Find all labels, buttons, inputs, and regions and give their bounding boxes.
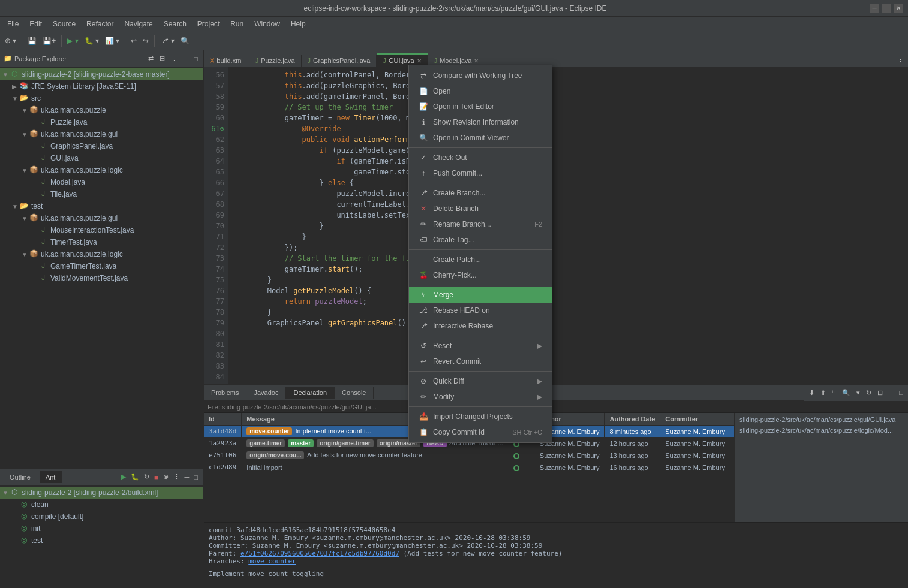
outline-refresh-btn[interactable]: ↻ xyxy=(142,472,151,482)
tab-puzzle-java[interactable]: J Puzzle.java xyxy=(249,55,302,67)
outline-more-btn[interactable]: ⋮ xyxy=(172,472,182,482)
toolbar-debug[interactable]: 🐛 ▾ xyxy=(82,35,101,46)
ctx-rename-branch[interactable]: ✏ Rename Branch... F2 xyxy=(409,216,552,232)
pkg-sync-btn[interactable]: ⇄ xyxy=(146,54,155,63)
ctx-copy-commit-id[interactable]: 📋 Copy Commit Id SH Ctrl+C xyxy=(409,424,552,440)
close-button[interactable]: ✕ xyxy=(894,4,903,13)
menu-search[interactable]: Search xyxy=(159,19,191,29)
ctx-create-tag[interactable]: 🏷 Create Tag... xyxy=(409,232,552,248)
bt-fetch-btn[interactable]: ⬇ xyxy=(807,388,817,398)
tree-item-jre[interactable]: ▶ 📚 JRE System Library [JavaSE-11] xyxy=(0,80,203,92)
menu-file[interactable]: File xyxy=(2,19,23,29)
tree-item-timertest[interactable]: J TimerTest.java xyxy=(0,236,203,248)
ant-item-root[interactable]: ▼ ⬡ sliding-puzzle-2 [sliding-puzzle-2/b… xyxy=(0,487,203,499)
menu-navigate[interactable]: Navigate xyxy=(119,19,157,29)
parent-hash-link[interactable]: e751f0626709560056e7037fc17c5db97760d0d7 xyxy=(240,550,399,557)
ant-item-clean[interactable]: ◎ clean xyxy=(0,499,203,511)
menu-source[interactable]: Source xyxy=(48,19,80,29)
pkg-menu-btn[interactable]: ⋮ xyxy=(169,54,179,63)
menu-window[interactable]: Window xyxy=(249,19,285,29)
table-row[interactable]: e751f06 origin/move-cou... Add tests for… xyxy=(204,450,734,462)
minimize-button[interactable]: ─ xyxy=(870,4,879,13)
tree-item-model[interactable]: J Model.java xyxy=(0,176,203,188)
code-content[interactable]: this.add(controlPanel, Border this.add(p… xyxy=(228,67,908,384)
toolbar-coverage[interactable]: 📊 ▾ xyxy=(103,35,122,46)
tree-item-pkg2[interactable]: ▼ 📦 uk.ac.man.cs.puzzle.gui xyxy=(0,128,203,140)
menu-help[interactable]: Help xyxy=(286,19,311,29)
editor-tabs-menu[interactable]: ⋮ xyxy=(895,58,906,67)
ctx-reset[interactable]: ↺ Reset ▶ xyxy=(409,338,552,354)
outline-max-btn[interactable]: □ xyxy=(192,472,200,482)
outline-stop-btn[interactable]: ■ xyxy=(152,472,160,482)
bt-push-btn[interactable]: ⬆ xyxy=(818,388,828,398)
ant-item-init[interactable]: ◎ init xyxy=(0,523,203,535)
tree-item-pkg5[interactable]: ▼ 📦 uk.ac.man.cs.puzzle.logic xyxy=(0,248,203,260)
tree-item-test[interactable]: ▼ 📂 test xyxy=(0,200,203,212)
pkg-min-btn[interactable]: ─ xyxy=(182,55,190,63)
table-row[interactable]: c1d2d89 Initial import Suzanne M. Embury… xyxy=(204,462,734,474)
ctx-create-patch[interactable]: Create Patch... xyxy=(409,252,552,267)
tree-item-mouse[interactable]: J MouseInteractionTest.java xyxy=(0,224,203,236)
gui-tab-close[interactable]: ✕ xyxy=(417,58,422,64)
ctx-show-revision[interactable]: ℹ Show Revision Information xyxy=(409,114,552,130)
bt-merge-btn[interactable]: ⑂ xyxy=(829,388,838,397)
window-controls[interactable]: ─ □ ✕ xyxy=(870,4,903,13)
tab-javadoc[interactable]: Javadoc xyxy=(246,387,286,399)
tree-item-src[interactable]: ▼ 📂 src xyxy=(0,92,203,104)
tab-ant[interactable]: Ant xyxy=(40,471,62,483)
ctx-interactive-rebase[interactable]: ⎇ Interactive Rebase xyxy=(409,318,552,334)
tree-item-pkg4[interactable]: ▼ 📦 uk.ac.man.cs.puzzle.gui xyxy=(0,212,203,224)
tree-item-graphics[interactable]: J GraphicsPanel.java xyxy=(0,140,203,152)
outline-bug-btn[interactable]: 🐛 xyxy=(129,472,141,482)
model-tab-close[interactable]: ✕ xyxy=(474,58,479,64)
bt-refresh-btn[interactable]: ↻ xyxy=(864,388,874,398)
pkg-collapse-btn[interactable]: ⊟ xyxy=(158,54,167,63)
toolbar-saveall[interactable]: 💾+ xyxy=(40,35,58,46)
ctx-create-branch[interactable]: ⎇ Create Branch... xyxy=(409,185,552,201)
tab-build-xml[interactable]: X build.xml xyxy=(204,55,249,67)
outline-run-btn[interactable]: ▶ xyxy=(119,472,128,482)
ctx-import-changed[interactable]: 📥 Import Changed Projects xyxy=(409,409,552,424)
bt-filter-btn[interactable]: ▾ xyxy=(854,388,862,398)
ant-item-test[interactable]: ◎ test xyxy=(0,535,203,547)
tree-item-tile[interactable]: J Tile.java xyxy=(0,188,203,200)
tab-graphicspanel-java[interactable]: J GraphicsPanel.java xyxy=(302,55,377,67)
ctx-push-commit[interactable]: ↑ Push Commit... xyxy=(409,165,552,181)
outline-min-btn[interactable]: ─ xyxy=(183,472,191,482)
toolbar-redo[interactable]: ↪ xyxy=(140,35,151,46)
toolbar-save[interactable]: 💾 xyxy=(25,35,39,46)
tree-item-pkg1[interactable]: ▼ 📦 uk.ac.man.cs.puzzle xyxy=(0,104,203,116)
tree-item-pkg3[interactable]: ▼ 📦 uk.ac.man.cs.puzzle.logic xyxy=(0,164,203,176)
bt-min-btn[interactable]: ─ xyxy=(886,388,896,397)
menu-edit[interactable]: Edit xyxy=(25,19,47,29)
menu-refactor[interactable]: Refactor xyxy=(82,19,118,29)
ant-item-compile[interactable]: ◎ compile [default] xyxy=(0,511,203,523)
toolbar-search[interactable]: 🔍 xyxy=(178,35,192,46)
maximize-button[interactable]: □ xyxy=(882,4,891,13)
pkg-max-btn[interactable]: □ xyxy=(192,55,200,63)
toolbar-new[interactable]: ⊕ ▾ xyxy=(2,35,19,46)
menu-project[interactable]: Project xyxy=(193,19,224,29)
tree-item-gametimer[interactable]: J GameTimerTest.java xyxy=(0,260,203,272)
toolbar-undo[interactable]: ↩ xyxy=(128,35,139,46)
tab-outline[interactable]: Outline xyxy=(4,471,37,483)
ctx-delete-branch[interactable]: ✕ Delete Branch xyxy=(409,201,552,216)
tree-item-puzzle[interactable]: J Puzzle.java xyxy=(0,116,203,128)
ctx-open-text-editor[interactable]: 📝 Open in Text Editor xyxy=(409,99,552,114)
ctx-revert-commit[interactable]: ↩ Revert Commit xyxy=(409,354,552,369)
tree-item-valid[interactable]: J ValidMovementTest.java xyxy=(0,272,203,284)
toolbar-run[interactable]: ▶ ▾ xyxy=(65,35,80,46)
ctx-checkout[interactable]: ✓ Check Out xyxy=(409,150,552,165)
tree-item-root[interactable]: ▼ ⬡ sliding-puzzle-2 [sliding-puzzle-2-b… xyxy=(0,68,203,80)
bt-search-btn[interactable]: 🔍 xyxy=(840,388,853,398)
ctx-open[interactable]: 📄 Open xyxy=(409,83,552,99)
ctx-merge[interactable]: ⑂ Merge xyxy=(409,287,552,303)
menu-run[interactable]: Run xyxy=(226,19,248,29)
ctx-modify[interactable]: ✏ Modify ▶ xyxy=(409,389,552,405)
rf-item-gui[interactable]: sliding-puzzle-2/src/uk/ac/man/cs/puzzle… xyxy=(735,414,908,425)
bt-max-btn[interactable]: □ xyxy=(897,388,906,397)
ctx-cherry-pick[interactable]: 🍒 Cherry-Pick... xyxy=(409,267,552,283)
rf-item-mod[interactable]: sliding-puzzle-2/src/uk/ac/man/cs/puzzle… xyxy=(735,425,908,436)
tab-console[interactable]: Console xyxy=(335,387,374,399)
tab-declaration[interactable]: Declaration xyxy=(286,387,335,399)
